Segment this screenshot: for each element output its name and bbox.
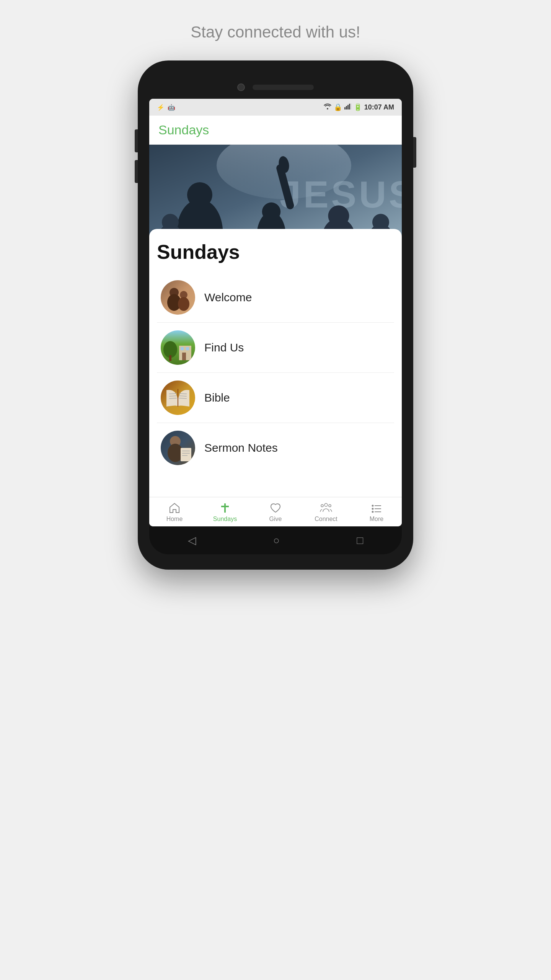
- lock-icon: 🔒: [334, 103, 342, 111]
- svg-line-38: [179, 396, 187, 396]
- svg-rect-30: [186, 347, 189, 350]
- power-button: [413, 137, 416, 168]
- phone-top: [149, 83, 402, 91]
- nav-connect-label: Connect: [315, 516, 337, 523]
- svg-line-39: [179, 398, 187, 399]
- svg-point-54: [372, 508, 374, 510]
- svg-point-19: [162, 214, 179, 231]
- svg-point-49: [324, 503, 328, 506]
- app-header-title: Sundays: [158, 122, 209, 137]
- content-title: Sundays: [157, 240, 394, 263]
- svg-rect-1: [346, 106, 347, 109]
- svg-rect-43: [181, 448, 191, 461]
- svg-rect-0: [344, 107, 346, 109]
- findus-label: Find Us: [204, 341, 244, 354]
- volume-down-button: [135, 160, 138, 183]
- bible-label: Bible: [204, 391, 230, 404]
- content-area: Sundays: [149, 229, 402, 497]
- nav-give-label: Give: [269, 516, 282, 523]
- signal-icon: [344, 103, 351, 111]
- list-item[interactable]: Sermon Notes: [157, 423, 394, 473]
- home-button[interactable]: ○: [273, 534, 280, 547]
- svg-point-9: [187, 182, 212, 207]
- svg-rect-2: [347, 105, 349, 109]
- svg-point-11: [262, 203, 280, 221]
- phone-screen: ⚡ 🤖 🔒: [149, 99, 402, 526]
- svg-rect-29: [181, 347, 184, 350]
- svg-line-34: [169, 394, 177, 394]
- svg-line-36: [169, 398, 177, 399]
- home-icon: [168, 502, 181, 514]
- phone-shell: ⚡ 🤖 🔒: [138, 60, 413, 570]
- svg-line-35: [169, 396, 177, 396]
- bible-avatar: [161, 381, 195, 415]
- front-camera: [237, 83, 245, 91]
- svg-line-37: [179, 394, 187, 394]
- page-tagline: Stay connected with us!: [191, 23, 360, 41]
- svg-rect-47: [224, 503, 226, 513]
- sermon-avatar: [161, 431, 195, 465]
- svg-point-24: [178, 297, 189, 311]
- nav-item-connect[interactable]: Connect: [309, 502, 343, 523]
- list-item[interactable]: Find Us: [157, 323, 394, 373]
- list-item[interactable]: Bible: [157, 373, 394, 423]
- svg-rect-3: [349, 104, 350, 109]
- recents-button[interactable]: □: [357, 534, 363, 547]
- list-item[interactable]: Welcome: [157, 273, 394, 323]
- wifi-icon: [324, 103, 331, 111]
- svg-point-52: [372, 505, 374, 507]
- welcome-label: Welcome: [204, 291, 252, 304]
- android-icon: 🤖: [168, 104, 175, 111]
- more-icon: [370, 502, 383, 514]
- svg-rect-4: [350, 103, 351, 109]
- svg-point-15: [328, 206, 349, 227]
- app-header: Sundays: [149, 116, 402, 145]
- status-bar: ⚡ 🤖 🔒: [149, 99, 402, 116]
- battery-icon: 🔋: [354, 103, 362, 111]
- status-time: 10:07 AM: [364, 103, 394, 111]
- nav-more-label: More: [370, 516, 383, 523]
- volume-up-button: [135, 129, 138, 152]
- status-bar-right: 🔒 🔋 10:07 AM: [324, 103, 394, 111]
- nav-item-give[interactable]: Give: [258, 502, 293, 523]
- findus-avatar: [161, 330, 195, 365]
- sermon-notes-label: Sermon Notes: [204, 441, 278, 454]
- usb-icon: ⚡: [157, 104, 165, 111]
- sundays-icon: [219, 502, 231, 514]
- svg-point-56: [372, 511, 374, 513]
- svg-rect-27: [169, 355, 171, 361]
- svg-point-50: [321, 505, 323, 507]
- nav-item-sundays[interactable]: Sundays: [208, 502, 242, 523]
- back-button[interactable]: ◁: [188, 534, 196, 547]
- earpiece-speaker: [253, 85, 314, 90]
- welcome-avatar: [161, 280, 195, 315]
- nav-item-more[interactable]: More: [359, 502, 394, 523]
- hero-svg: JESUS: [149, 145, 402, 237]
- gesture-bar: ◁ ○ □: [149, 526, 402, 554]
- hero-image: JESUS: [149, 145, 402, 237]
- bottom-navigation: Home Sundays Give: [149, 497, 402, 526]
- nav-sundays-label: Sundays: [213, 516, 237, 523]
- connect-icon: [320, 502, 332, 514]
- svg-point-51: [329, 505, 331, 507]
- svg-rect-31: [182, 353, 186, 360]
- give-icon: [269, 502, 282, 514]
- svg-point-17: [372, 214, 389, 231]
- svg-rect-48: [221, 506, 229, 507]
- nav-home-label: Home: [166, 516, 183, 523]
- status-bar-left: ⚡ 🤖: [157, 104, 175, 111]
- nav-item-home[interactable]: Home: [157, 502, 192, 523]
